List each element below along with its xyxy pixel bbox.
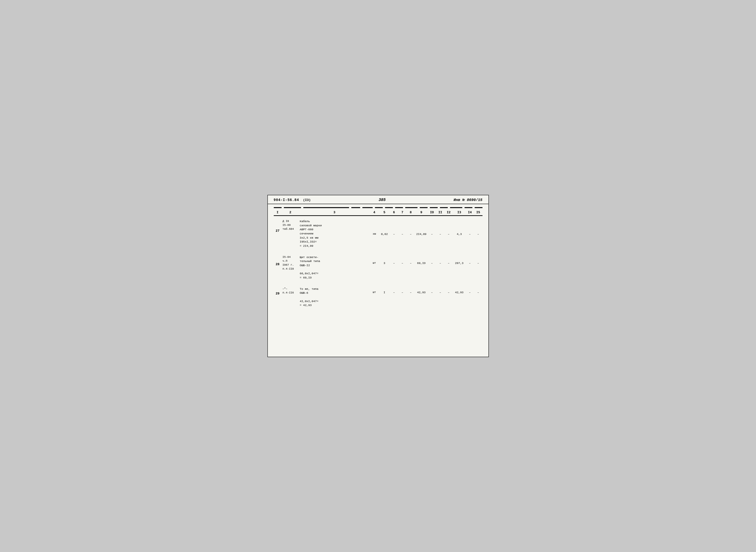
- row-c14: –: [466, 255, 474, 265]
- col-header-5: 5: [379, 211, 390, 214]
- row-c13: 4,3: [453, 220, 466, 236]
- header-center: 385: [379, 198, 386, 202]
- row-c8: –: [407, 287, 415, 295]
- row-desc: Кабельсиловой маркиАВРГ-660сечением3х2,5…: [299, 220, 370, 248]
- row-ref: I5-04ч.ПI967 г.п.4-II8: [282, 255, 299, 271]
- col-header-7: 7: [398, 211, 407, 214]
- row-c5: 3: [379, 255, 390, 265]
- row-c5: I: [379, 287, 390, 295]
- row-num: 28: [274, 255, 282, 267]
- col-header-12: I2: [445, 211, 453, 214]
- header-right: Инв № 8690/15: [453, 198, 482, 202]
- row-unit: шт: [370, 287, 379, 294]
- row-c12: –: [445, 220, 453, 236]
- row-ref: –"–п.4-II6: [282, 287, 299, 295]
- row-unit: хм: [370, 220, 379, 236]
- row-c14: –: [466, 287, 474, 295]
- deco-lines: [274, 204, 482, 208]
- col-header-3: 3: [299, 211, 370, 214]
- col-header-14: I4: [466, 211, 474, 214]
- header-left: 904-I-56.84 (I3): [274, 198, 311, 202]
- row-ref: Д I8I5-09таб.684: [282, 220, 299, 231]
- row-c13: 207,3: [453, 255, 466, 265]
- table-row: 27 Д I8I5-09таб.684 Кабельсиловой маркиА…: [274, 216, 482, 251]
- row-c11: –: [436, 255, 445, 265]
- row-c11: –: [436, 220, 445, 236]
- row-num: 29: [274, 287, 282, 296]
- row-c10: –: [428, 220, 436, 236]
- row-c6: –: [390, 255, 398, 265]
- row-desc: То же, типаОШВ-64I,0хI,047== 42,93: [299, 287, 370, 307]
- col-header-15: I5: [474, 211, 482, 214]
- row-c15: –: [474, 220, 482, 236]
- row-c6: –: [390, 287, 398, 295]
- col-header-9: 9: [415, 211, 428, 214]
- row-c13: 42,93: [453, 287, 466, 295]
- row-c5: 0,02: [379, 220, 390, 236]
- col-header-4: 4: [370, 211, 379, 214]
- row-c10: –: [428, 255, 436, 265]
- row-c10: –: [428, 287, 436, 295]
- row-c7: –: [398, 287, 407, 295]
- col-header-2: 2: [282, 211, 299, 214]
- document-page: 904-I-56.84 (I3) 385 Инв № 8690/15: [267, 195, 489, 357]
- row-c7: –: [398, 220, 407, 236]
- row-desc: Щит освети-тельный типаОШВ-I266,0хI,047=…: [299, 255, 370, 280]
- row-c11: –: [436, 287, 445, 295]
- col-header-8: 8: [407, 211, 415, 214]
- row-c8: –: [407, 255, 415, 265]
- row-c9: 2I4,89: [415, 220, 428, 236]
- col-header-1: I: [274, 211, 282, 214]
- table-row: 29 –"–п.4-II6 То же, типаОШВ-64I,0хI,047…: [274, 283, 482, 310]
- row-c9: 42,93: [415, 287, 428, 295]
- row-num: 27: [274, 220, 282, 234]
- row-c14: –: [466, 220, 474, 236]
- col-header-6: 6: [390, 211, 398, 214]
- table-row: 28 I5-04ч.ПI967 г.п.4-II8 Щит освети-тел…: [274, 251, 482, 283]
- row-c7: –: [398, 255, 407, 265]
- row-unit: шт: [370, 255, 379, 265]
- row-c9: 69,IO: [415, 255, 428, 265]
- column-headers: I 2 3 4 5 6 7 8 9 IO II I2 I3 I4 I5: [274, 211, 482, 216]
- row-c8: –: [407, 220, 415, 236]
- col-header-13: I3: [453, 211, 466, 214]
- row-c15: –: [474, 255, 482, 265]
- col-header-11: II: [436, 211, 445, 214]
- row-c12: –: [445, 287, 453, 295]
- row-c15: –: [474, 287, 482, 295]
- row-c6: –: [390, 220, 398, 236]
- col-header-10: IO: [428, 211, 436, 214]
- page-header: 904-I-56.84 (I3) 385 Инв № 8690/15: [268, 195, 489, 204]
- row-c12: –: [445, 255, 453, 265]
